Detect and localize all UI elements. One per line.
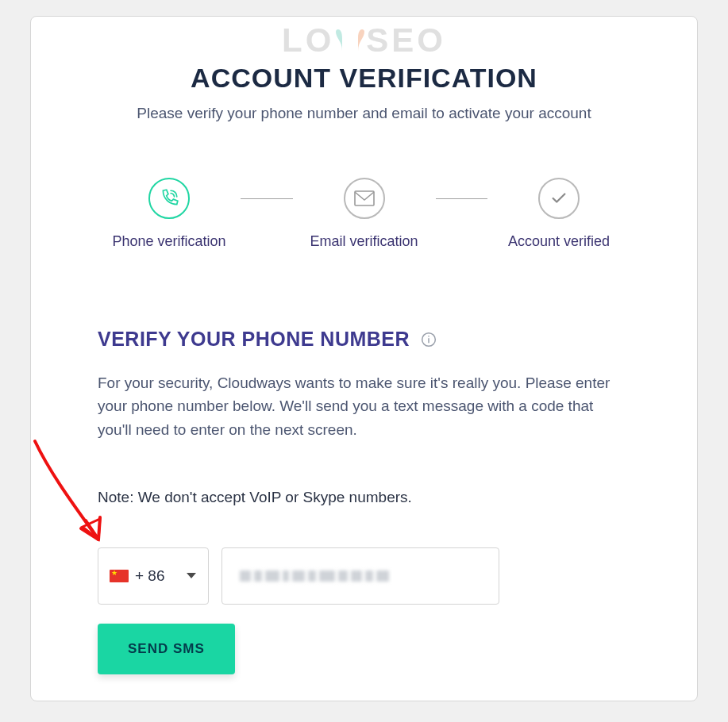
step-connector [436,198,488,199]
leaf-left-icon [334,18,350,56]
svg-rect-0 [355,191,374,205]
watermark-text-right: SEO [366,21,446,59]
section-heading-row: VERIFY YOUR PHONE NUMBER [98,328,630,351]
page-subtitle: Please verify your phone number and emai… [98,105,630,122]
phone-number-input[interactable] [221,547,499,605]
envelope-icon [344,178,385,219]
country-code-select[interactable]: + 86 [98,547,209,605]
leaf-right-icon [350,18,366,56]
step-email: Email verification [293,178,436,250]
redacted-phone-value [240,570,389,582]
page-title: ACCOUNT VERIFICATION [98,63,630,94]
step-email-label: Email verification [310,233,418,250]
note-text: Note: We don't accept VoIP or Skype numb… [98,489,630,506]
phone-input-row: + 86 [98,547,630,605]
watermark-logo: LOSEO [31,21,697,60]
chevron-down-icon [186,569,197,583]
step-phone: Phone verification [98,178,241,250]
phone-icon [148,178,190,219]
section-heading: VERIFY YOUR PHONE NUMBER [98,328,410,351]
progress-stepper: Phone verification Email verification Ac… [98,178,630,250]
step-connector [241,198,293,199]
instruction-text: For your security, Cloudways wants to ma… [98,371,630,441]
verification-card: LOSEO ACCOUNT VERIFICATION Please verify… [30,16,698,701]
step-verified: Account verified [487,178,630,250]
info-icon[interactable] [421,332,437,348]
step-phone-label: Phone verification [112,233,225,250]
watermark-text-left: LO [282,21,334,59]
svg-point-3 [428,336,429,337]
check-icon [538,178,580,219]
step-verified-label: Account verified [508,233,610,250]
dial-code: + 86 [135,567,165,585]
flag-china-icon [110,570,129,582]
send-sms-button[interactable]: SEND SMS [98,624,235,674]
